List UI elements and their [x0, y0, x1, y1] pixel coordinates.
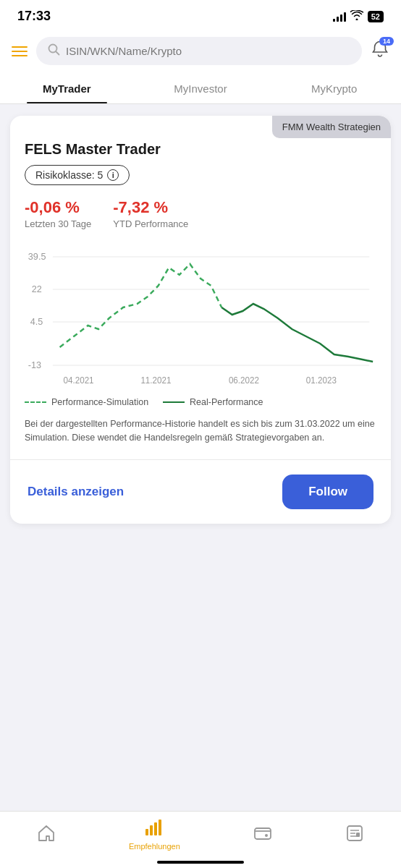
svg-point-19: [265, 834, 268, 837]
home-indicator: [157, 861, 244, 864]
status-time: 17:33: [17, 9, 51, 24]
svg-line-1: [56, 51, 59, 55]
nav-news[interactable]: [345, 824, 364, 846]
nav-wallet[interactable]: [253, 824, 272, 846]
wallet-icon: [253, 824, 272, 846]
status-icons: 52: [333, 10, 384, 22]
perf-ytd: -7,32 % YTD Performance: [113, 198, 188, 229]
card-tag: FMM Wealth Strategien: [272, 116, 391, 138]
card-actions: Details anzeigen Follow: [25, 475, 376, 509]
svg-text:11.2021: 11.2021: [140, 375, 171, 386]
perf-ytd-value: -7,32 %: [113, 198, 168, 217]
perf-30d-value: -0,06 %: [25, 198, 80, 217]
nav-home[interactable]: [37, 824, 56, 846]
follow-button[interactable]: Follow: [282, 475, 373, 509]
legend-solid: Real-Performance: [163, 397, 263, 407]
svg-rect-24: [356, 833, 360, 837]
svg-rect-18: [255, 828, 271, 839]
svg-text:01.2023: 01.2023: [306, 375, 337, 386]
status-bar: 17:33 52: [0, 0, 401, 30]
empfehlungen-label: Empfehlungen: [129, 842, 180, 851]
card-title: FELS Master Trader: [25, 141, 376, 158]
svg-rect-17: [159, 820, 161, 835]
nav-empfehlungen[interactable]: Empfehlungen: [129, 819, 180, 851]
performance-row: -0,06 % Letzten 30 Tage -7,32 % YTD Perf…: [25, 198, 376, 229]
risk-badge: Risikoklasse: 5 i: [25, 165, 130, 185]
card-body: FELS Master Trader Risikoklasse: 5 i -0,…: [10, 138, 391, 524]
performance-chart: 39.5 22 4.5 -13 04.2021 11.2021 06.2022 …: [25, 242, 376, 387]
divider: [10, 459, 391, 460]
hamburger-menu-button[interactable]: [12, 46, 28, 56]
bottom-nav: Empfehlungen: [0, 811, 401, 868]
search-bar[interactable]: [36, 37, 362, 65]
trader-card: FMM Wealth Strategien FELS Master Trader…: [10, 116, 391, 524]
card-header: FMM Wealth Strategien: [10, 116, 391, 138]
chart-legend: Performance-Simulation Real-Performance: [25, 397, 376, 407]
top-nav: 14: [0, 30, 401, 72]
tab-mykrypto[interactable]: MyKrypto: [267, 72, 401, 103]
tab-mytrader[interactable]: MyTrader: [0, 72, 134, 103]
disclaimer-text: Bei der dargestellten Performance-Histor…: [25, 417, 376, 445]
legend-dashed: Performance-Simulation: [25, 397, 148, 407]
bell-badge: 14: [379, 37, 394, 46]
news-icon: [345, 824, 364, 846]
dashed-line-icon: [25, 401, 46, 403]
svg-rect-15: [150, 825, 153, 835]
battery-icon: 52: [368, 11, 384, 22]
perf-30d-label: Letzten 30 Tage: [25, 218, 91, 229]
info-icon[interactable]: i: [107, 169, 119, 181]
svg-text:06.2022: 06.2022: [229, 375, 259, 386]
main-tabs: MyTrader MyInvestor MyKrypto: [0, 72, 401, 104]
signal-bars-icon: [333, 12, 346, 22]
content-area: FMM Wealth Strategien FELS Master Trader…: [0, 104, 401, 535]
notifications-button[interactable]: 14: [371, 40, 389, 63]
home-icon: [37, 824, 56, 846]
svg-text:04.2021: 04.2021: [63, 375, 93, 386]
search-icon: [48, 43, 60, 59]
search-input[interactable]: [66, 45, 350, 57]
svg-text:22: 22: [32, 284, 42, 294]
perf-30d: -0,06 % Letzten 30 Tage: [25, 198, 91, 229]
svg-rect-16: [154, 822, 157, 835]
solid-line-icon: [163, 401, 185, 403]
svg-rect-14: [145, 829, 148, 835]
wifi-icon: [350, 10, 363, 22]
empfehlungen-icon: [144, 819, 164, 839]
svg-text:-13: -13: [28, 359, 41, 370]
bell-icon: [371, 43, 389, 62]
details-link[interactable]: Details anzeigen: [28, 485, 124, 499]
tab-myinvestor[interactable]: MyInvestor: [134, 72, 268, 103]
svg-text:39.5: 39.5: [28, 251, 46, 262]
svg-text:4.5: 4.5: [30, 316, 43, 327]
perf-ytd-label: YTD Performance: [113, 218, 188, 229]
chart-svg: 39.5 22 4.5 -13 04.2021 11.2021 06.2022 …: [25, 242, 376, 387]
